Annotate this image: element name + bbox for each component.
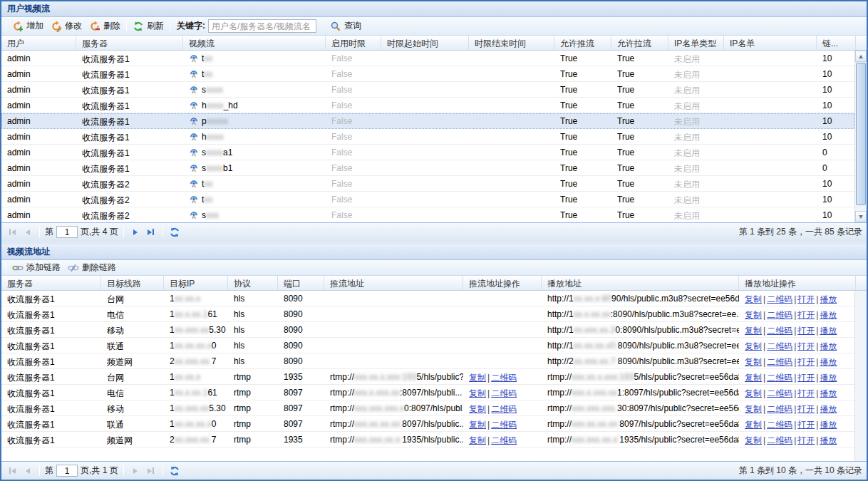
play-link[interactable]: 播放 bbox=[820, 404, 837, 414]
delete-button[interactable]: 删除 bbox=[86, 19, 124, 33]
play-link[interactable]: 播放 bbox=[820, 310, 837, 320]
play-link[interactable]: 播放 bbox=[820, 435, 837, 445]
qrcode-link[interactable]: 二维码 bbox=[767, 357, 792, 367]
play-link[interactable]: 播放 bbox=[820, 373, 837, 383]
table-row[interactable]: 收流服务器1频道网2xx.xxx.xx.7rtmp1935rtmp://xxx.… bbox=[1, 432, 854, 448]
column-header[interactable]: 链... bbox=[817, 36, 856, 50]
qrcode-link[interactable]: 二维码 bbox=[767, 310, 792, 320]
scroll-down-arrow[interactable] bbox=[855, 211, 867, 222]
page-number-input[interactable] bbox=[56, 226, 78, 238]
table-row[interactable]: admin收流服务器1 hxxxxFalseTrueTrue未启用10 bbox=[1, 129, 854, 145]
column-header[interactable]: 播放地址 bbox=[542, 276, 739, 290]
table-row[interactable]: 收流服务器1电信1xx.x.xx.161rtmp8097rtmp://xxx.x… bbox=[1, 385, 854, 400]
prev-page-button[interactable] bbox=[21, 465, 34, 477]
qrcode-link[interactable]: 二维码 bbox=[767, 341, 792, 351]
table-row[interactable]: admin收流服务器1 sxxxxFalseTrueTrue未启用10 bbox=[1, 82, 854, 98]
column-header[interactable]: 允许推流 bbox=[554, 36, 611, 50]
column-header[interactable]: 端口 bbox=[278, 276, 324, 290]
column-header[interactable]: 播放地址操作 bbox=[739, 276, 856, 290]
table-row[interactable]: admin收流服务器1 sxxxxa1FalseTrueTrue未启用0 bbox=[1, 145, 854, 160]
copy-link[interactable]: 复制 bbox=[745, 404, 762, 414]
remove-link-button[interactable]: 删除链路 bbox=[64, 260, 120, 275]
table-row[interactable]: 收流服务器1联通1xx.xx.xx.x0hls8090http://1xx.xx… bbox=[1, 338, 854, 353]
table-row[interactable]: admin收流服务器2 txxFalseTrueTrue未启用10 bbox=[1, 192, 854, 207]
scroll-thumb[interactable] bbox=[856, 63, 866, 205]
first-page-button[interactable] bbox=[6, 465, 19, 477]
query-button[interactable]: 查询 bbox=[326, 19, 365, 33]
scroll-up-arrow[interactable] bbox=[855, 51, 867, 62]
qrcode-link[interactable]: 二维码 bbox=[491, 404, 517, 414]
column-header[interactable]: 时限起始时间 bbox=[381, 36, 469, 50]
qrcode-link[interactable]: 二维码 bbox=[491, 388, 517, 398]
play-link[interactable]: 播放 bbox=[820, 357, 837, 367]
prev-page-button[interactable] bbox=[21, 226, 34, 239]
open-link[interactable]: 打开 bbox=[797, 294, 815, 304]
add-button[interactable]: 增加 bbox=[9, 19, 47, 33]
keyword-input[interactable] bbox=[208, 19, 316, 33]
table-row[interactable]: 收流服务器1台网1xx.xx.xhls8090http://1xx.xx.x:8… bbox=[1, 291, 854, 306]
column-header[interactable]: IP名单类型 bbox=[668, 36, 724, 50]
qrcode-link[interactable]: 二维码 bbox=[767, 420, 792, 430]
open-link[interactable]: 打开 bbox=[797, 326, 815, 336]
vertical-scrollbar[interactable] bbox=[854, 291, 867, 461]
column-header[interactable]: 允许拉流 bbox=[611, 36, 668, 50]
table-row[interactable]: 收流服务器1联通1xx.xx.xx.x0rtmp8097rtmp://xxx.x… bbox=[1, 416, 854, 432]
column-header[interactable]: 用户 bbox=[1, 36, 76, 50]
column-header[interactable]: 时限结束时间 bbox=[469, 36, 554, 50]
qrcode-link[interactable]: 二维码 bbox=[491, 435, 517, 445]
copy-link[interactable]: 复制 bbox=[469, 388, 486, 398]
qrcode-link[interactable]: 二维码 bbox=[767, 294, 792, 304]
refresh-button[interactable]: 刷新 bbox=[129, 19, 167, 33]
qrcode-link[interactable]: 二维码 bbox=[767, 373, 792, 383]
vertical-scrollbar[interactable] bbox=[854, 51, 867, 222]
modify-button[interactable]: 修改 bbox=[47, 19, 86, 33]
table-row[interactable]: admin收流服务器2 txxFalseTrueTrue未启用10 bbox=[1, 176, 854, 192]
column-header[interactable]: 推流地址 bbox=[324, 276, 463, 290]
page-number-input[interactable] bbox=[56, 465, 78, 477]
copy-link[interactable]: 复制 bbox=[745, 341, 762, 351]
play-link[interactable]: 播放 bbox=[820, 420, 837, 430]
copy-link[interactable]: 复制 bbox=[745, 326, 762, 336]
play-link[interactable]: 播放 bbox=[820, 326, 837, 336]
paging-refresh-button[interactable] bbox=[168, 226, 181, 239]
play-link[interactable]: 播放 bbox=[820, 341, 837, 351]
table-row[interactable]: 收流服务器1频道网2xx.xxx.xx.7hls8090http://2xx.x… bbox=[1, 353, 854, 369]
column-header[interactable]: 启用时限 bbox=[326, 36, 381, 50]
table-row[interactable]: admin收流服务器1 sxxxxb1FalseTrueTrue未启用0 bbox=[1, 160, 854, 176]
open-link[interactable]: 打开 bbox=[797, 310, 815, 320]
open-link[interactable]: 打开 bbox=[797, 404, 815, 414]
last-page-button[interactable] bbox=[145, 226, 157, 239]
copy-link[interactable]: 复制 bbox=[469, 420, 486, 430]
copy-link[interactable]: 复制 bbox=[745, 310, 762, 320]
copy-link[interactable]: 复制 bbox=[745, 435, 762, 445]
column-header[interactable]: IP名单 bbox=[724, 36, 817, 50]
table-row[interactable]: 收流服务器1移动1xx.xxx.xx5.30rtmp8097rtmp://xxx… bbox=[1, 400, 854, 416]
column-header[interactable]: 服务器 bbox=[76, 36, 183, 50]
add-link-button[interactable]: 添加链路 bbox=[9, 260, 64, 275]
open-link[interactable]: 打开 bbox=[797, 357, 815, 367]
open-link[interactable]: 打开 bbox=[797, 341, 815, 351]
column-header[interactable]: 目标线路 bbox=[101, 276, 164, 290]
play-link[interactable]: 播放 bbox=[820, 388, 837, 398]
open-link[interactable]: 打开 bbox=[797, 420, 815, 430]
table-row[interactable]: admin收流服务器1 pxxxxxFalseTrueTrue未启用10 bbox=[1, 113, 854, 129]
open-link[interactable]: 打开 bbox=[797, 388, 815, 398]
next-page-button[interactable] bbox=[129, 226, 142, 239]
copy-link[interactable]: 复制 bbox=[469, 373, 486, 383]
table-row[interactable]: admin收流服务器2 sxxxFalseTrueTrue未启用10 bbox=[1, 207, 854, 222]
column-header[interactable]: 推流地址操作 bbox=[463, 276, 542, 290]
last-page-button[interactable] bbox=[145, 465, 157, 477]
play-link[interactable]: 播放 bbox=[820, 294, 837, 304]
copy-link[interactable]: 复制 bbox=[745, 294, 762, 304]
open-link[interactable]: 打开 bbox=[797, 435, 815, 445]
table-row[interactable]: admin收流服务器1 txxFalseTrueTrue未启用10 bbox=[1, 66, 854, 82]
paging-refresh-button[interactable] bbox=[168, 465, 181, 477]
copy-link[interactable]: 复制 bbox=[745, 420, 762, 430]
table-row[interactable]: 收流服务器1移动1xx.xxx.xx5.30hls8090http://1xx.… bbox=[1, 322, 854, 338]
table-row[interactable]: 收流服务器1台网1xx.xx.xrtmp1935rtmp://xxx.xx.x.… bbox=[1, 369, 854, 385]
qrcode-link[interactable]: 二维码 bbox=[767, 326, 792, 336]
column-header[interactable]: 协议 bbox=[228, 276, 278, 290]
copy-link[interactable]: 复制 bbox=[469, 404, 486, 414]
column-header[interactable]: 服务器 bbox=[1, 276, 101, 290]
qrcode-link[interactable]: 二维码 bbox=[491, 420, 517, 430]
